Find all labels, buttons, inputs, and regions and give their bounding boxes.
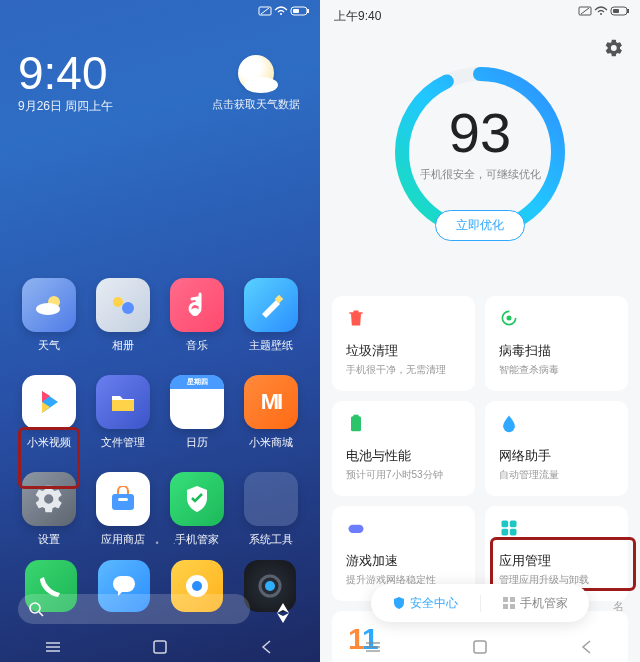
video-app-icon — [22, 375, 76, 429]
nav-home[interactable] — [152, 639, 168, 655]
svg-rect-42 — [349, 525, 364, 533]
app-theme[interactable]: 主题壁纸 — [236, 278, 306, 353]
edge-text: 名 — [613, 599, 624, 614]
svg-rect-45 — [502, 529, 509, 536]
weather-widget[interactable]: 点击获取天气数据 — [212, 55, 300, 112]
score-value: 93 — [320, 100, 640, 165]
store-app-icon — [96, 472, 150, 526]
svg-rect-56 — [474, 641, 486, 653]
svg-rect-46 — [510, 529, 517, 536]
svg-point-21 — [192, 581, 202, 591]
nav-back[interactable] — [259, 639, 275, 655]
gallery-app-icon — [96, 278, 150, 332]
clock-widget[interactable]: 9:40 9月26日 周四上午 — [18, 50, 113, 115]
settings-app-icon — [22, 472, 76, 526]
svg-rect-44 — [510, 521, 517, 528]
files-app-icon — [96, 375, 150, 429]
nav-back[interactable] — [579, 639, 595, 655]
search-icon — [28, 601, 44, 617]
wifi-icon — [594, 6, 608, 16]
nav-recents[interactable] — [45, 639, 61, 655]
svg-point-23 — [265, 581, 275, 591]
app-settings[interactable]: 设置 — [14, 472, 84, 547]
ai-assistant-icon[interactable] — [268, 598, 298, 628]
shield-icon — [392, 596, 406, 610]
settings-button[interactable] — [604, 38, 624, 62]
svg-rect-15 — [112, 400, 134, 411]
clock-time: 9:40 — [18, 50, 113, 96]
svg-rect-16 — [112, 494, 134, 510]
security-app-icon — [170, 472, 224, 526]
app-calendar[interactable]: 星期四26日历 — [162, 375, 232, 450]
score-display: 93 手机很安全，可继续优化 — [320, 100, 640, 182]
nav-home[interactable] — [472, 639, 488, 655]
app-gallery[interactable]: 相册 — [88, 278, 158, 353]
svg-point-10 — [191, 308, 199, 316]
svg-rect-34 — [627, 9, 629, 13]
no-sim-icon — [578, 6, 592, 16]
trash-icon — [346, 308, 366, 328]
bottom-tabs: 安全中心 手机管家 — [371, 584, 589, 622]
app-video[interactable]: 小米视频 — [14, 375, 84, 450]
scan-icon — [499, 308, 519, 328]
svg-rect-18 — [113, 576, 135, 592]
score-subtitle: 手机很安全，可继续优化 — [320, 167, 640, 182]
card-virus[interactable]: 病毒扫描 智能查杀病毒 — [485, 296, 628, 391]
svg-point-24 — [30, 603, 40, 613]
svg-point-32 — [600, 13, 602, 15]
home-screen: 9:40 9月26日 周四上午 点击获取天气数据 天气 相册 音乐 主题壁纸 小… — [0, 0, 320, 662]
app-music[interactable]: 音乐 — [162, 278, 232, 353]
tools-folder-icon — [244, 472, 298, 526]
nav-bar — [320, 632, 640, 662]
svg-rect-51 — [503, 604, 508, 609]
battery-icon — [610, 6, 630, 16]
app-store[interactable]: 应用商店 — [88, 472, 158, 547]
calendar-app-icon: 星期四26 — [170, 375, 224, 429]
svg-line-25 — [39, 612, 43, 616]
optimize-button[interactable]: 立即优化 — [435, 210, 525, 241]
weather-icon — [238, 55, 274, 91]
status-time: 上午9:40 — [334, 8, 381, 25]
music-app-icon — [170, 278, 224, 332]
app-mall[interactable]: MI小米商城 — [236, 375, 306, 450]
battery-icon — [290, 6, 310, 16]
mall-app-icon: MI — [244, 375, 298, 429]
weather-app-icon — [22, 278, 76, 332]
wifi-icon — [274, 6, 288, 16]
search-bar[interactable] — [18, 594, 250, 624]
app-security[interactable]: 手机管家 — [162, 472, 232, 547]
card-battery[interactable]: 电池与性能 预计可用7小时53分钟 — [332, 401, 475, 496]
svg-point-7 — [36, 303, 60, 315]
svg-rect-41 — [354, 415, 359, 418]
svg-rect-5 — [293, 9, 299, 13]
app-files[interactable]: 文件管理 — [88, 375, 158, 450]
security-app-screen: 上午9:40 93 手机很安全，可继续优化 立即优化 垃圾清理 手机很干净，无需… — [320, 0, 640, 662]
card-network[interactable]: 网络助手 自动管理流量 — [485, 401, 628, 496]
svg-point-9 — [122, 302, 134, 314]
card-trash[interactable]: 垃圾清理 手机很干净，无需清理 — [332, 296, 475, 391]
weather-caption: 点击获取天气数据 — [212, 97, 300, 112]
svg-rect-50 — [510, 597, 515, 602]
tab-security-center[interactable]: 安全中心 — [371, 595, 480, 612]
clock-date: 9月26日 周四上午 — [18, 98, 113, 115]
svg-rect-4 — [307, 9, 309, 13]
svg-line-1 — [261, 8, 269, 14]
svg-rect-40 — [351, 416, 361, 431]
battery-icon — [346, 413, 366, 433]
svg-rect-29 — [154, 641, 166, 653]
svg-rect-43 — [502, 521, 509, 528]
nav-recents[interactable] — [365, 639, 381, 655]
svg-rect-49 — [503, 597, 508, 602]
svg-rect-52 — [510, 604, 515, 609]
drop-icon — [499, 413, 519, 433]
page-indicator: · • · — [0, 538, 320, 548]
svg-point-39 — [507, 316, 512, 321]
app-weather[interactable]: 天气 — [14, 278, 84, 353]
tab-phone-manager[interactable]: 手机管家 — [480, 595, 590, 612]
nav-bar — [0, 632, 320, 662]
app-grid: 天气 相册 音乐 主题壁纸 小米视频 文件管理 星期四26日历 MI小米商城 设… — [0, 278, 320, 547]
status-bar — [578, 6, 630, 16]
app-tools-folder[interactable]: 系统工具 — [236, 472, 306, 547]
svg-point-8 — [113, 297, 123, 307]
no-sim-icon — [258, 6, 272, 16]
